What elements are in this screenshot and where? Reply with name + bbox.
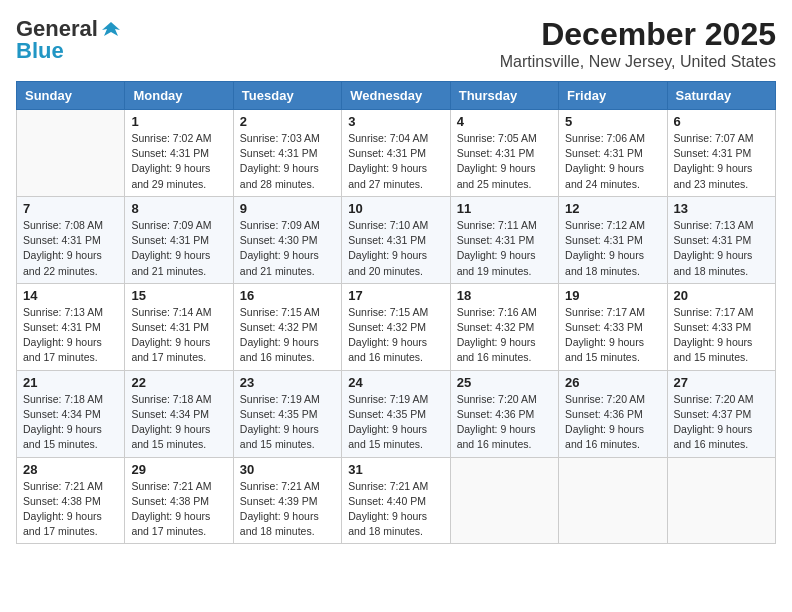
calendar-cell: 26Sunrise: 7:20 AMSunset: 4:36 PMDayligh… (559, 370, 667, 457)
calendar-cell: 9Sunrise: 7:09 AMSunset: 4:30 PMDaylight… (233, 196, 341, 283)
day-number: 25 (457, 375, 552, 390)
day-detail: Sunrise: 7:07 AMSunset: 4:31 PMDaylight:… (674, 131, 769, 192)
svg-marker-0 (102, 22, 120, 36)
day-detail: Sunrise: 7:06 AMSunset: 4:31 PMDaylight:… (565, 131, 660, 192)
day-number: 28 (23, 462, 118, 477)
weekday-header-monday: Monday (125, 82, 233, 110)
weekday-header-wednesday: Wednesday (342, 82, 450, 110)
calendar-cell: 27Sunrise: 7:20 AMSunset: 4:37 PMDayligh… (667, 370, 775, 457)
calendar-cell: 3Sunrise: 7:04 AMSunset: 4:31 PMDaylight… (342, 110, 450, 197)
calendar-cell: 23Sunrise: 7:19 AMSunset: 4:35 PMDayligh… (233, 370, 341, 457)
day-number: 5 (565, 114, 660, 129)
day-number: 7 (23, 201, 118, 216)
calendar-cell: 18Sunrise: 7:16 AMSunset: 4:32 PMDayligh… (450, 283, 558, 370)
day-number: 29 (131, 462, 226, 477)
calendar-cell: 28Sunrise: 7:21 AMSunset: 4:38 PMDayligh… (17, 457, 125, 544)
day-detail: Sunrise: 7:09 AMSunset: 4:31 PMDaylight:… (131, 218, 226, 279)
day-number: 23 (240, 375, 335, 390)
day-number: 16 (240, 288, 335, 303)
calendar-cell: 25Sunrise: 7:20 AMSunset: 4:36 PMDayligh… (450, 370, 558, 457)
calendar-cell: 20Sunrise: 7:17 AMSunset: 4:33 PMDayligh… (667, 283, 775, 370)
calendar-cell: 19Sunrise: 7:17 AMSunset: 4:33 PMDayligh… (559, 283, 667, 370)
day-number: 27 (674, 375, 769, 390)
calendar-week-row: 14Sunrise: 7:13 AMSunset: 4:31 PMDayligh… (17, 283, 776, 370)
day-number: 2 (240, 114, 335, 129)
calendar-cell: 22Sunrise: 7:18 AMSunset: 4:34 PMDayligh… (125, 370, 233, 457)
calendar-cell: 6Sunrise: 7:07 AMSunset: 4:31 PMDaylight… (667, 110, 775, 197)
day-detail: Sunrise: 7:04 AMSunset: 4:31 PMDaylight:… (348, 131, 443, 192)
day-number: 6 (674, 114, 769, 129)
day-detail: Sunrise: 7:17 AMSunset: 4:33 PMDaylight:… (674, 305, 769, 366)
day-detail: Sunrise: 7:20 AMSunset: 4:37 PMDaylight:… (674, 392, 769, 453)
day-detail: Sunrise: 7:14 AMSunset: 4:31 PMDaylight:… (131, 305, 226, 366)
logo-blue: Blue (16, 38, 64, 64)
day-detail: Sunrise: 7:18 AMSunset: 4:34 PMDaylight:… (23, 392, 118, 453)
day-number: 19 (565, 288, 660, 303)
title-area: December 2025 Martinsville, New Jersey, … (500, 16, 776, 71)
day-number: 31 (348, 462, 443, 477)
calendar-cell: 7Sunrise: 7:08 AMSunset: 4:31 PMDaylight… (17, 196, 125, 283)
calendar-cell (450, 457, 558, 544)
day-number: 11 (457, 201, 552, 216)
day-number: 14 (23, 288, 118, 303)
calendar-cell: 4Sunrise: 7:05 AMSunset: 4:31 PMDaylight… (450, 110, 558, 197)
calendar-cell: 15Sunrise: 7:14 AMSunset: 4:31 PMDayligh… (125, 283, 233, 370)
calendar-subtitle: Martinsville, New Jersey, United States (500, 53, 776, 71)
day-detail: Sunrise: 7:20 AMSunset: 4:36 PMDaylight:… (565, 392, 660, 453)
calendar-cell: 30Sunrise: 7:21 AMSunset: 4:39 PMDayligh… (233, 457, 341, 544)
day-detail: Sunrise: 7:20 AMSunset: 4:36 PMDaylight:… (457, 392, 552, 453)
calendar-cell (17, 110, 125, 197)
day-detail: Sunrise: 7:02 AMSunset: 4:31 PMDaylight:… (131, 131, 226, 192)
day-detail: Sunrise: 7:05 AMSunset: 4:31 PMDaylight:… (457, 131, 552, 192)
day-detail: Sunrise: 7:08 AMSunset: 4:31 PMDaylight:… (23, 218, 118, 279)
day-detail: Sunrise: 7:15 AMSunset: 4:32 PMDaylight:… (348, 305, 443, 366)
calendar-week-row: 28Sunrise: 7:21 AMSunset: 4:38 PMDayligh… (17, 457, 776, 544)
calendar-header-row: SundayMondayTuesdayWednesdayThursdayFrid… (17, 82, 776, 110)
day-detail: Sunrise: 7:03 AMSunset: 4:31 PMDaylight:… (240, 131, 335, 192)
calendar-cell: 24Sunrise: 7:19 AMSunset: 4:35 PMDayligh… (342, 370, 450, 457)
day-number: 15 (131, 288, 226, 303)
day-detail: Sunrise: 7:21 AMSunset: 4:38 PMDaylight:… (131, 479, 226, 540)
day-detail: Sunrise: 7:19 AMSunset: 4:35 PMDaylight:… (348, 392, 443, 453)
day-number: 13 (674, 201, 769, 216)
day-number: 8 (131, 201, 226, 216)
day-detail: Sunrise: 7:21 AMSunset: 4:38 PMDaylight:… (23, 479, 118, 540)
weekday-header-thursday: Thursday (450, 82, 558, 110)
calendar-cell: 16Sunrise: 7:15 AMSunset: 4:32 PMDayligh… (233, 283, 341, 370)
day-detail: Sunrise: 7:12 AMSunset: 4:31 PMDaylight:… (565, 218, 660, 279)
calendar-cell: 10Sunrise: 7:10 AMSunset: 4:31 PMDayligh… (342, 196, 450, 283)
day-number: 9 (240, 201, 335, 216)
weekday-header-sunday: Sunday (17, 82, 125, 110)
calendar-cell: 5Sunrise: 7:06 AMSunset: 4:31 PMDaylight… (559, 110, 667, 197)
calendar-cell: 17Sunrise: 7:15 AMSunset: 4:32 PMDayligh… (342, 283, 450, 370)
day-number: 10 (348, 201, 443, 216)
calendar-week-row: 7Sunrise: 7:08 AMSunset: 4:31 PMDaylight… (17, 196, 776, 283)
day-number: 18 (457, 288, 552, 303)
calendar-week-row: 21Sunrise: 7:18 AMSunset: 4:34 PMDayligh… (17, 370, 776, 457)
day-number: 22 (131, 375, 226, 390)
day-detail: Sunrise: 7:21 AMSunset: 4:39 PMDaylight:… (240, 479, 335, 540)
day-number: 4 (457, 114, 552, 129)
day-detail: Sunrise: 7:13 AMSunset: 4:31 PMDaylight:… (23, 305, 118, 366)
logo: General Blue (16, 16, 122, 64)
day-number: 30 (240, 462, 335, 477)
day-detail: Sunrise: 7:18 AMSunset: 4:34 PMDaylight:… (131, 392, 226, 453)
day-detail: Sunrise: 7:09 AMSunset: 4:30 PMDaylight:… (240, 218, 335, 279)
calendar-table: SundayMondayTuesdayWednesdayThursdayFrid… (16, 81, 776, 544)
day-number: 24 (348, 375, 443, 390)
day-detail: Sunrise: 7:15 AMSunset: 4:32 PMDaylight:… (240, 305, 335, 366)
day-detail: Sunrise: 7:13 AMSunset: 4:31 PMDaylight:… (674, 218, 769, 279)
day-detail: Sunrise: 7:21 AMSunset: 4:40 PMDaylight:… (348, 479, 443, 540)
calendar-title: December 2025 (500, 16, 776, 53)
weekday-header-saturday: Saturday (667, 82, 775, 110)
calendar-cell: 11Sunrise: 7:11 AMSunset: 4:31 PMDayligh… (450, 196, 558, 283)
day-detail: Sunrise: 7:19 AMSunset: 4:35 PMDaylight:… (240, 392, 335, 453)
calendar-cell (667, 457, 775, 544)
calendar-cell: 2Sunrise: 7:03 AMSunset: 4:31 PMDaylight… (233, 110, 341, 197)
day-number: 12 (565, 201, 660, 216)
calendar-cell: 29Sunrise: 7:21 AMSunset: 4:38 PMDayligh… (125, 457, 233, 544)
day-detail: Sunrise: 7:10 AMSunset: 4:31 PMDaylight:… (348, 218, 443, 279)
weekday-header-tuesday: Tuesday (233, 82, 341, 110)
calendar-cell: 8Sunrise: 7:09 AMSunset: 4:31 PMDaylight… (125, 196, 233, 283)
day-detail: Sunrise: 7:17 AMSunset: 4:33 PMDaylight:… (565, 305, 660, 366)
